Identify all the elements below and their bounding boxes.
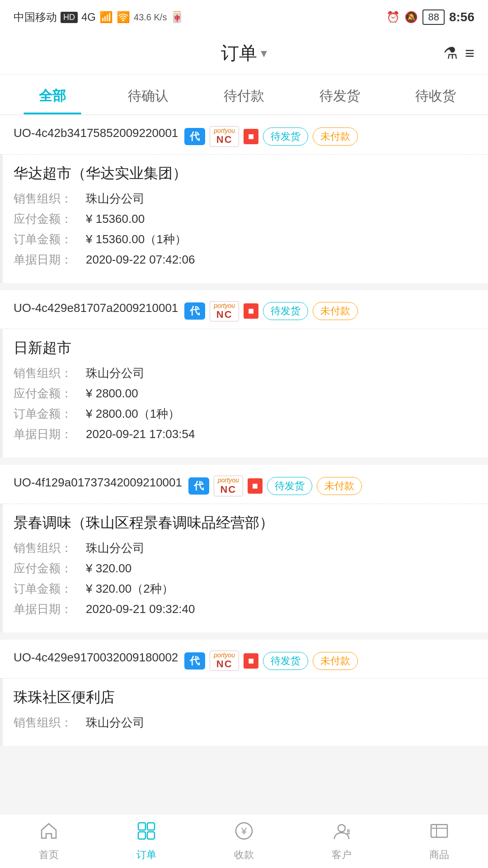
nav-customer[interactable]: 客户 xyxy=(293,814,390,868)
order-id: UO-4c429e81707a2009210001 xyxy=(14,301,178,315)
status-right: ⏰ 🔕 88 8:56 xyxy=(386,9,474,25)
order-card[interactable]: UO-4c429e81707a2009210001 代 portyou NC ■… xyxy=(0,290,488,458)
nav-order[interactable]: 订单 xyxy=(98,814,195,868)
tab-pending-payment[interactable]: 待付款 xyxy=(196,75,292,114)
svg-rect-2 xyxy=(138,832,145,839)
badge-dai: 代 xyxy=(184,128,205,145)
order-id-section: UO-4c429e9170032009180002 代 portyou NC ■… xyxy=(14,651,474,671)
order-header: UO-4f129a01737342009210001 代 portyou NC … xyxy=(0,465,488,504)
order-header: UO-4c429e9170032009180002 代 portyou NC ■… xyxy=(0,640,488,679)
svg-rect-1 xyxy=(147,823,155,830)
badge-pending-ship: 待发货 xyxy=(267,477,312,495)
nav-home-label: 首页 xyxy=(39,848,59,862)
order-header: UO-4c429e81707a2009210001 代 portyou NC ■… xyxy=(0,290,488,330)
order-id-section: UO-4c42b34175852009220001 代 portyou NC ■… xyxy=(14,126,474,147)
menu-icon[interactable]: ≡ xyxy=(465,44,474,63)
nav-order-label: 订单 xyxy=(136,848,156,862)
order-card[interactable]: UO-4c429e9170032009180002 代 portyou NC ■… xyxy=(0,640,488,746)
order-detail-sales-org: 销售组织： 珠山分公司 xyxy=(14,365,474,381)
order-detail-date: 单据日期： 2020-09-21 09:32:40 xyxy=(14,601,474,617)
order-tabs: 全部 待确认 待付款 待发货 待收货 xyxy=(0,75,488,115)
badge-pending-ship: 待发货 xyxy=(263,652,308,670)
order-id: UO-4c42b34175852009220001 xyxy=(14,126,178,140)
dropdown-arrow-icon[interactable]: ▾ xyxy=(261,46,267,61)
order-customer: 华达超市（华达实业集团） xyxy=(14,164,474,184)
bottom-nav: 首页 订单 ¥ 收款 xyxy=(0,814,488,868)
order-detail-payable: 应付金额： ¥ 320.00 xyxy=(14,561,474,576)
tab-pending-receive[interactable]: 待收货 xyxy=(388,75,483,114)
header-title: 订单 ▾ xyxy=(221,41,267,66)
badge-dai: 代 xyxy=(188,477,209,495)
status-carrier: 中国移动 HD 4G 📶 🛜 43.6 K/s 🀄 xyxy=(14,10,184,24)
header-actions: ⚗ ≡ xyxy=(443,44,474,63)
order-customer: 日新超市 xyxy=(14,338,474,358)
product-icon xyxy=(429,821,449,845)
order-body: 景春调味（珠山区程景春调味品经营部） 销售组织： 珠山分公司 应付金额： ¥ 3… xyxy=(0,504,488,632)
order-card[interactable]: UO-4c42b34175852009220001 代 portyou NC ■… xyxy=(0,115,488,283)
home-icon xyxy=(39,821,59,845)
svg-rect-3 xyxy=(147,832,155,839)
order-detail-payable: 应付金额： ¥ 15360.00 xyxy=(14,211,474,227)
badge-dai: 代 xyxy=(184,652,205,670)
nav-payment[interactable]: ¥ 收款 xyxy=(195,814,293,868)
order-customer: 珠珠社区便利店 xyxy=(14,688,474,708)
tab-pending-ship[interactable]: 待发货 xyxy=(292,75,388,114)
order-detail-payable: 应付金额： ¥ 2800.00 xyxy=(14,386,474,401)
badge-stop: ■ xyxy=(244,653,258,669)
order-detail-sales-org: 销售组织： 珠山分公司 xyxy=(14,191,474,207)
order-detail-amount: 订单金额： ¥ 320.00 （2种） xyxy=(14,581,474,597)
order-body: 华达超市（华达实业集团） 销售组织： 珠山分公司 应付金额： ¥ 15360.0… xyxy=(0,155,488,283)
badge-stop: ■ xyxy=(244,129,258,144)
order-body: 珠珠社区便利店 销售组织： 珠山分公司 xyxy=(0,679,488,746)
badge-unpaid: 未付款 xyxy=(313,302,358,320)
order-id-section: UO-4f129a01737342009210001 代 portyou NC … xyxy=(14,476,474,496)
order-detail-sales-org: 销售组织： 珠山分公司 xyxy=(14,715,474,731)
badge-row: 代 portyou NC ■ 待发货 未付款 xyxy=(184,651,358,671)
svg-rect-10 xyxy=(431,825,447,837)
status-bar: 中国移动 HD 4G 📶 🛜 43.6 K/s 🀄 ⏰ 🔕 88 8:56 xyxy=(0,0,488,32)
badge-stop: ■ xyxy=(248,478,263,494)
customer-icon xyxy=(332,821,352,845)
tab-all[interactable]: 全部 xyxy=(5,75,100,114)
badge-dai: 代 xyxy=(184,302,205,320)
order-detail-amount: 订单金额： ¥ 15360.00 （1种） xyxy=(14,231,474,247)
svg-text:¥: ¥ xyxy=(241,826,247,837)
nav-customer-label: 客户 xyxy=(332,848,352,862)
badge-nc: portyou NC xyxy=(210,651,239,671)
badge-unpaid: 未付款 xyxy=(313,652,358,670)
order-id: UO-4f129a01737342009210001 xyxy=(14,476,182,490)
badge-stop: ■ xyxy=(244,303,258,319)
order-id-section: UO-4c429e81707a2009210001 代 portyou NC ■… xyxy=(14,301,474,322)
badge-row: 代 portyou NC ■ 待发货 未付款 xyxy=(184,126,358,147)
order-body: 日新超市 销售组织： 珠山分公司 应付金额： ¥ 2800.00 订单金额： ¥… xyxy=(0,329,488,458)
filter-icon[interactable]: ⚗ xyxy=(443,44,458,63)
page-header: 订单 ▾ ⚗ ≡ xyxy=(0,32,488,75)
order-icon xyxy=(136,821,156,845)
badge-pending-ship: 待发货 xyxy=(263,127,308,146)
badge-row: 代 portyou NC ■ 待发货 未付款 xyxy=(184,301,358,322)
order-card[interactable]: UO-4f129a01737342009210001 代 portyou NC … xyxy=(0,465,488,632)
nav-home[interactable]: 首页 xyxy=(0,814,98,868)
order-detail-date: 单据日期： 2020-09-21 17:03:54 xyxy=(14,426,474,442)
badge-row: 代 portyou NC ■ 待发货 未付款 xyxy=(188,476,362,496)
nav-product[interactable]: 商品 xyxy=(390,814,488,868)
nav-payment-label: 收款 xyxy=(234,848,254,862)
order-detail-sales-org: 销售组织： 珠山分公司 xyxy=(14,540,474,556)
svg-point-6 xyxy=(338,825,345,832)
order-list: UO-4c42b34175852009220001 代 portyou NC ■… xyxy=(0,115,488,812)
svg-rect-0 xyxy=(138,823,145,830)
order-header: UO-4c42b34175852009220001 代 portyou NC ■… xyxy=(0,115,488,155)
order-id: UO-4c429e9170032009180002 xyxy=(14,651,178,665)
order-detail-date: 单据日期： 2020-09-22 07:42:06 xyxy=(14,252,474,268)
order-customer: 景春调味（珠山区程景春调味品经营部） xyxy=(14,513,474,533)
payment-icon: ¥ xyxy=(234,821,254,845)
order-detail-amount: 订单金额： ¥ 2800.00 （1种） xyxy=(14,406,474,422)
tab-pending-confirm[interactable]: 待确认 xyxy=(100,75,196,114)
badge-pending-ship: 待发货 xyxy=(263,302,308,320)
badge-unpaid: 未付款 xyxy=(317,477,362,495)
badge-nc: portyou NC xyxy=(210,126,239,147)
badge-nc: portyou NC xyxy=(214,476,243,496)
nav-product-label: 商品 xyxy=(429,848,449,862)
badge-nc: portyou NC xyxy=(210,301,239,322)
badge-unpaid: 未付款 xyxy=(313,127,358,146)
